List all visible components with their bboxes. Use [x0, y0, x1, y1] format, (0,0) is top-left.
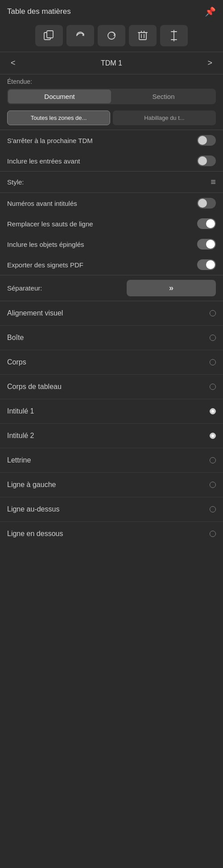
list-item-corps[interactable]: Corps [0, 350, 223, 375]
toggle-label-include-avant: Inclure les entrées avant [7, 157, 80, 165]
list-item-intitule2[interactable]: Intitulé 2 [0, 424, 223, 448]
list-item-boite[interactable]: Boîte [0, 326, 223, 350]
toggle-label-exporter: Exporter des signets PDF [7, 261, 83, 269]
radio-dot-boite[interactable] [210, 335, 216, 341]
nav-prev-button[interactable]: < [7, 57, 19, 70]
hamburger-icon[interactable]: ≡ [211, 177, 216, 187]
list-item-lettrine[interactable]: Lettrine [0, 448, 223, 473]
toggle-stop-tdm[interactable] [197, 135, 216, 146]
radio-inner-intitule2 [211, 434, 214, 437]
seg-document[interactable]: Document [8, 90, 111, 103]
list-item-corps-tableau[interactable]: Corps de tableau [0, 375, 223, 399]
copy-button[interactable] [35, 25, 63, 46]
toggle-group-2: Numéros avant intitulés Remplacer les sa… [0, 193, 223, 275]
toggle-row-include-avant: Inclure les entrées avant [0, 151, 223, 171]
svg-rect-3 [139, 33, 146, 40]
nav-row: < TDM 1 > [0, 52, 223, 74]
radio-dot-lettrine[interactable] [210, 457, 216, 463]
toggle-knob-stop-tdm [198, 136, 207, 145]
toggle-knob-remplacer [206, 219, 215, 228]
toggle-numeros[interactable] [197, 198, 216, 209]
radio-dot-intitule1[interactable] [210, 408, 216, 414]
list-item-ligne-gauche[interactable]: Ligne à gauche [0, 473, 223, 497]
zone-habillage[interactable]: Habillage du t... [113, 111, 216, 125]
etendue-section: Étendue: Document Section [0, 74, 223, 108]
toggle-knob-inclure-objets [206, 240, 215, 249]
radio-dot-ligne-dessus[interactable] [210, 506, 216, 512]
toggle-inclure-objets[interactable] [197, 239, 216, 250]
sep-control[interactable]: » [127, 280, 216, 296]
toggle-label-inclure-objets: Inclure les objets épinglés [7, 241, 84, 248]
toggle-label-numeros: Numéros avant intitulés [7, 200, 77, 207]
nav-title: TDM 1 [101, 59, 122, 67]
toggle-row-exporter: Exporter des signets PDF [0, 254, 223, 275]
toggle-row-remplacer: Remplacer les sauts de ligne [0, 213, 223, 234]
toolbar [0, 21, 223, 52]
list-item-label-alignment: Alignement visuel [7, 309, 63, 317]
etendue-segmented-control: Document Section [7, 89, 216, 104]
list-item-ligne-dessous[interactable]: Ligne en dessous [0, 522, 223, 546]
toggle-include-avant[interactable] [197, 156, 216, 166]
list-item-label-boite: Boîte [7, 334, 24, 342]
refresh-button[interactable] [66, 25, 94, 46]
sep-icon: » [169, 283, 173, 293]
list-item-label-ligne-dessous: Ligne en dessous [7, 530, 63, 538]
radio-inner-intitule1 [211, 410, 214, 413]
list-container: Alignement visuelBoîteCorpsCorps de tabl… [0, 301, 223, 546]
svg-rect-1 [47, 31, 53, 38]
list-item-label-lettrine: Lettrine [7, 456, 31, 464]
panel-title: Table des matières [7, 7, 71, 16]
radio-dot-ligne-dessous[interactable] [210, 531, 216, 537]
cursor-button[interactable] [160, 25, 188, 46]
style-row: Style: ≡ [0, 172, 223, 192]
toggle-label-remplacer: Remplacer les sauts de ligne [7, 220, 93, 228]
toggle-knob-include-avant [198, 156, 207, 165]
zone-toutes[interactable]: Toutes les zones de... [7, 111, 110, 125]
toggle-row-numeros: Numéros avant intitulés [0, 193, 223, 213]
list-item-label-corps-tableau: Corps de tableau [7, 383, 62, 391]
settings-refresh-button[interactable] [98, 25, 125, 46]
sep-row: Séparateur: » [0, 275, 223, 301]
list-item-intitule1[interactable]: Intitulé 1 [0, 399, 223, 424]
style-label: Style: [7, 178, 24, 186]
header: Table des matières 📌 [0, 0, 223, 21]
toggle-knob-exporter [206, 260, 215, 269]
delete-button[interactable] [129, 25, 157, 46]
radio-dot-corps-tableau[interactable] [210, 384, 216, 390]
toggle-remplacer[interactable] [197, 218, 216, 229]
radio-dot-alignment[interactable] [210, 310, 216, 316]
nav-next-button[interactable]: > [204, 57, 216, 70]
sep-label: Séparateur: [7, 284, 42, 292]
list-item-label-ligne-gauche: Ligne à gauche [7, 481, 56, 489]
toggle-knob-numeros [198, 199, 207, 208]
list-item-label-ligne-dessus: Ligne au-dessus [7, 505, 59, 513]
etendue-label: Étendue: [7, 78, 216, 85]
toggle-row-inclure-objets: Inclure les objets épinglés [0, 234, 223, 254]
list-item-label-intitule2: Intitulé 2 [7, 432, 34, 440]
radio-dot-intitule2[interactable] [210, 433, 216, 439]
list-item-label-intitule1: Intitulé 1 [7, 407, 34, 415]
radio-dot-ligne-gauche[interactable] [210, 482, 216, 488]
zone-row: Toutes les zones de... Habillage du t... [0, 108, 223, 130]
toggle-label-stop-tdm: S'arrêter à la prochaine TDM [7, 137, 93, 144]
list-item-alignment[interactable]: Alignement visuel [0, 301, 223, 326]
pin-icon[interactable]: 📌 [205, 6, 216, 17]
toggle-group-1: S'arrêter à la prochaine TDM Inclure les… [0, 130, 223, 171]
list-item-ligne-dessus[interactable]: Ligne au-dessus [0, 497, 223, 522]
seg-section[interactable]: Section [112, 90, 215, 103]
toggle-exporter[interactable] [197, 259, 216, 270]
radio-dot-corps[interactable] [210, 359, 216, 365]
toggle-row-stop-tdm: S'arrêter à la prochaine TDM [0, 130, 223, 151]
list-item-label-corps: Corps [7, 358, 26, 366]
